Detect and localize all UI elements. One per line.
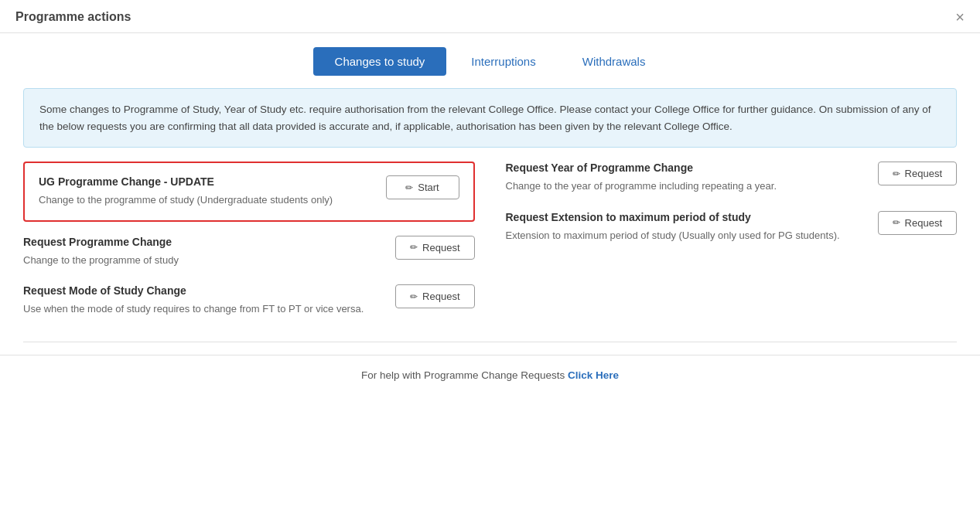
footer-divider	[23, 342, 957, 342]
request-extension-text: Request Extension to maximum period of s…	[506, 211, 878, 243]
tab-withdrawals[interactable]: Withdrawals	[561, 47, 668, 76]
request-programme-change-row: Request Programme Change Change to the p…	[23, 236, 475, 268]
info-box-text: Some changes to Programme of Study, Year…	[39, 104, 931, 132]
left-column: UG Programme Change - UPDATE Change to t…	[23, 162, 475, 334]
footer-help-text: For help with Programme Change Requests	[361, 369, 565, 381]
request-mode-study-change-button-label: Request	[422, 291, 459, 302]
request-programme-change-button[interactable]: ✏ Request	[395, 236, 474, 260]
request-programme-change-button-label: Request	[422, 242, 459, 253]
request-extension-button[interactable]: ✏ Request	[878, 211, 957, 235]
request-mode-study-change-title: Request Mode of Study Change	[23, 284, 380, 297]
right-column: Request Year of Programme Change Change …	[506, 162, 958, 334]
footer-help-link[interactable]: Click Here	[568, 369, 619, 381]
featured-card: UG Programme Change - UPDATE Change to t…	[23, 162, 475, 222]
modal-title: Programme actions	[15, 10, 131, 24]
modal-header: Programme actions ×	[0, 0, 980, 33]
request-extension-button-label: Request	[905, 217, 942, 229]
pencil-icon-4: ✏	[893, 168, 900, 179]
request-programme-change-desc: Change to the programme of study	[23, 253, 380, 268]
featured-card-desc: Change to the programme of study (Underg…	[39, 192, 386, 208]
featured-card-title: UG Programme Change - UPDATE	[39, 175, 386, 188]
request-extension-desc: Extension to maximum period of study (Us…	[506, 228, 862, 243]
request-year-change-button-label: Request	[905, 168, 942, 179]
close-button[interactable]: ×	[955, 9, 965, 25]
request-year-change-text: Request Year of Programme Change Change …	[506, 162, 878, 194]
request-mode-study-change-text: Request Mode of Study Change Use when th…	[23, 284, 395, 317]
request-year-change-desc: Change to the year of programme includin…	[506, 179, 862, 194]
content-area: UG Programme Change - UPDATE Change to t…	[0, 162, 980, 334]
pencil-icon-5: ✏	[893, 217, 900, 228]
modal-container: Programme actions × Changes to study Int…	[0, 0, 980, 517]
request-programme-change-text: Request Programme Change Change to the p…	[23, 236, 395, 268]
tabs-row: Changes to study Interruptions Withdrawa…	[0, 33, 980, 88]
request-year-change-row: Request Year of Programme Change Change …	[506, 162, 958, 194]
tab-changes-to-study[interactable]: Changes to study	[313, 47, 447, 76]
pencil-icon-2: ✏	[410, 242, 418, 253]
request-mode-study-change-button[interactable]: ✏ Request	[395, 284, 474, 308]
request-year-change-button[interactable]: ✏ Request	[878, 162, 957, 185]
featured-card-content: UG Programme Change - UPDATE Change to t…	[39, 175, 386, 208]
featured-card-start-button[interactable]: ✏ Start	[386, 175, 459, 199]
footer-help: For help with Programme Change Requests …	[0, 355, 980, 389]
pencil-icon-3: ✏	[410, 291, 418, 302]
request-mode-study-change-row: Request Mode of Study Change Use when th…	[23, 284, 475, 317]
info-box: Some changes to Programme of Study, Year…	[23, 88, 957, 148]
request-programme-change-title: Request Programme Change	[23, 236, 380, 248]
request-mode-study-change-desc: Use when the mode of study requires to c…	[23, 301, 380, 317]
request-extension-title: Request Extension to maximum period of s…	[506, 211, 862, 223]
pencil-icon: ✏	[405, 182, 413, 193]
request-year-change-title: Request Year of Programme Change	[506, 162, 862, 174]
featured-card-button-label: Start	[418, 182, 439, 193]
tab-interruptions[interactable]: Interruptions	[449, 47, 557, 76]
request-extension-row: Request Extension to maximum period of s…	[506, 211, 958, 243]
